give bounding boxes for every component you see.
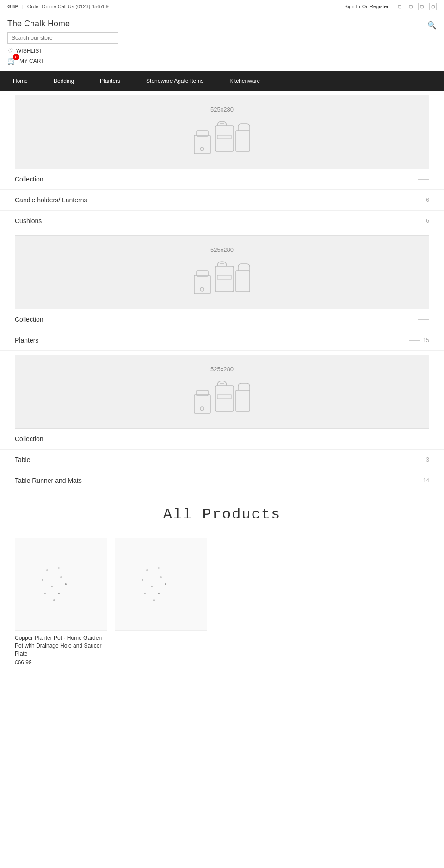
social-links: ▢ ▢ ▢ ▢: [396, 3, 437, 10]
section-collection-1[interactable]: Collection: [0, 169, 444, 190]
product-name-1: Copper Planter Pot - Home Garden Pot wit…: [15, 634, 107, 657]
top-bar: GBP | Order Online Call Us (0123) 456789…: [0, 0, 444, 13]
svg-point-35: [165, 583, 166, 585]
svg-rect-4: [217, 135, 231, 139]
section-collection-2[interactable]: Collection: [0, 309, 444, 330]
svg-point-38: [153, 599, 155, 601]
svg-point-25: [51, 586, 53, 587]
all-products-title: All Products: [7, 506, 437, 523]
section-label: Candle holders/ Lanterns: [15, 196, 87, 204]
cart-icon-wrap: 🛒 0: [7, 56, 17, 65]
heart-icon: ♡: [7, 47, 13, 55]
svg-point-30: [146, 569, 148, 571]
wishlist-label: WISHLIST: [16, 48, 43, 54]
nav-planters[interactable]: Planters: [87, 71, 133, 91]
section-collection-3[interactable]: Collection: [0, 429, 444, 450]
search-input[interactable]: [7, 32, 118, 44]
nav-stoneware[interactable]: Stoneware Agate Items: [133, 71, 216, 91]
banner-1: 525x280: [15, 95, 429, 169]
youtube-icon[interactable]: ▢: [418, 3, 426, 10]
instagram-icon[interactable]: ▢: [396, 3, 403, 10]
header-actions: ♡ WISHLIST 🛒 0 MY CART: [7, 47, 437, 65]
section-table[interactable]: Table 3: [0, 450, 444, 470]
section-count-candle: 6: [412, 197, 429, 203]
svg-point-27: [44, 593, 46, 594]
all-products-section: All Products: [0, 491, 444, 531]
product-image-1: [15, 538, 107, 631]
svg-rect-5: [236, 131, 250, 151]
product-card-1[interactable]: Copper Planter Pot - Home Garden Pot wit…: [15, 538, 107, 666]
section-cushions[interactable]: Cushions 6: [0, 211, 444, 231]
svg-point-9: [200, 287, 204, 291]
product-dots-svg-2: [133, 556, 189, 612]
section-dash: [418, 179, 429, 180]
product-grid: Copper Planter Pot - Home Garden Pot wit…: [0, 531, 444, 673]
svg-point-2: [200, 147, 204, 151]
banner-3: 525x280: [15, 355, 429, 429]
wishlist-link[interactable]: ♡ WISHLIST: [7, 47, 437, 55]
section-label: Table: [15, 456, 30, 463]
section-dash-2: [418, 319, 429, 320]
cart-link[interactable]: 🛒 0 MY CART: [7, 56, 437, 65]
brand-name: The Chalk Home: [7, 19, 437, 29]
svg-point-34: [151, 586, 153, 587]
nav-kitchenware[interactable]: Kitchenware: [216, 71, 273, 91]
signin-link[interactable]: Sign In: [345, 4, 360, 9]
banner-size-3: 525x280: [210, 366, 234, 373]
section-count-table-runner: 14: [409, 477, 429, 484]
nav-bar: Home Bedding Planters Stoneware Agate It…: [0, 71, 444, 91]
section-count-cushions: 6: [412, 218, 429, 224]
banner-illustration-1: [192, 117, 252, 158]
svg-point-32: [142, 579, 143, 581]
banner-size-2: 525x280: [210, 246, 234, 253]
search-icon[interactable]: 🔍: [427, 21, 437, 30]
section-candle[interactable]: Candle holders/ Lanterns 6: [0, 190, 444, 211]
separator: |: [22, 4, 24, 9]
svg-point-24: [60, 576, 62, 578]
section-label: Collection: [15, 316, 43, 323]
cart-badge: 0: [13, 54, 19, 60]
svg-point-33: [160, 576, 162, 578]
section-label: Collection: [15, 175, 43, 183]
svg-point-21: [46, 569, 48, 571]
section-table-runner[interactable]: Table Runner and Mats 14: [0, 470, 444, 491]
nav-bedding[interactable]: Bedding: [41, 71, 87, 91]
svg-point-29: [53, 599, 55, 601]
product-dots-svg-1: [33, 556, 89, 612]
banner-2: 525x280: [15, 235, 429, 309]
section-label: Table Runner and Mats: [15, 477, 82, 484]
banner-illustration-2: [192, 257, 252, 299]
svg-rect-11: [217, 275, 231, 279]
svg-point-22: [58, 567, 60, 569]
svg-point-31: [158, 567, 160, 569]
nav-home[interactable]: Home: [0, 71, 41, 91]
facebook-icon[interactable]: ▢: [429, 3, 437, 10]
product-card-2[interactable]: [115, 538, 207, 666]
section-count-table: 3: [412, 456, 429, 463]
svg-point-37: [158, 593, 160, 594]
section-dash-3: [418, 439, 429, 439]
svg-rect-12: [236, 271, 250, 292]
svg-point-23: [42, 579, 43, 581]
currency-label: GBP: [7, 4, 18, 9]
header: The Chalk Home 🔍 ♡ WISHLIST 🛒 0 MY CART: [0, 13, 444, 71]
svg-point-26: [65, 583, 67, 585]
banner-illustration-3: [192, 376, 252, 418]
section-label: Cushions: [15, 217, 42, 225]
section-count-planters: 15: [409, 337, 429, 343]
svg-rect-18: [217, 395, 231, 399]
twitter-icon[interactable]: ▢: [407, 3, 414, 10]
svg-point-16: [200, 407, 204, 411]
svg-point-28: [58, 593, 60, 594]
banner-size-1: 525x280: [210, 106, 234, 113]
register-link[interactable]: Register: [370, 4, 388, 9]
svg-point-36: [144, 593, 146, 594]
order-text: Order Online Call Us (0123) 456789: [27, 4, 341, 9]
product-image-2: [115, 538, 207, 631]
auth-links: Sign In Or Register: [345, 4, 388, 9]
product-price-1: £66.99: [15, 659, 107, 666]
section-label: Planters: [15, 337, 38, 344]
cart-label: MY CART: [19, 58, 44, 64]
svg-rect-19: [236, 390, 250, 411]
section-planters[interactable]: Planters 15: [0, 330, 444, 351]
